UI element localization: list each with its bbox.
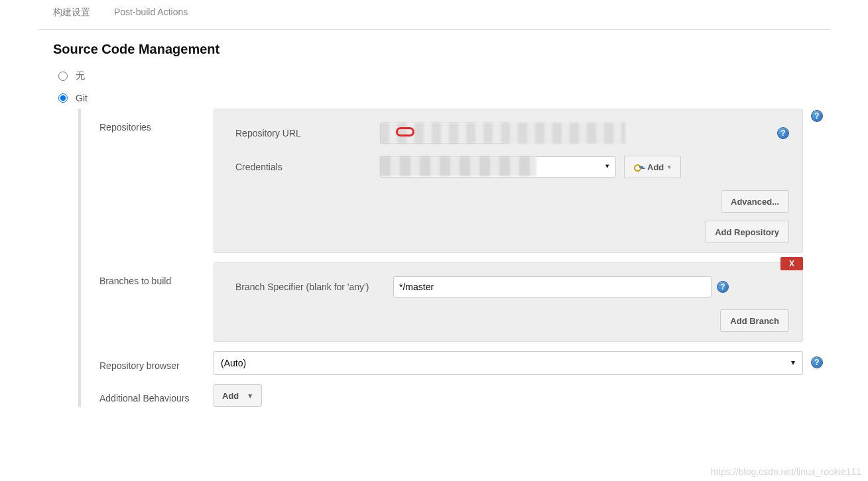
scm-none-radio[interactable] [58, 72, 68, 81]
repository-url-input[interactable] [380, 123, 508, 144]
repository-url-label: Repository URL [227, 128, 380, 138]
branch-specifier-label: Branch Specifier (blank for 'any') [227, 282, 393, 292]
credentials-select[interactable] [380, 156, 616, 178]
add-repository-button[interactable]: Add Repository [705, 221, 789, 243]
tab-build-settings[interactable]: 构建设置 [53, 7, 90, 19]
advanced-button[interactable]: Advanced... [721, 190, 789, 213]
add-credentials-label: Add [647, 162, 664, 172]
help-icon[interactable]: ? [717, 281, 729, 293]
branches-label: Branches to build [81, 262, 214, 286]
add-branch-button[interactable]: Add Branch [720, 309, 789, 332]
repositories-panel: Repository URL ? Credentials [214, 109, 803, 253]
watermark: https://blog.csdn.net/linux_rookie111 [711, 466, 861, 477]
add-behaviour-label: Add [222, 391, 239, 401]
scm-git-radio[interactable] [58, 93, 68, 103]
repo-browser-select[interactable]: (Auto) [214, 351, 803, 375]
repo-browser-label: Repository browser [81, 355, 214, 371]
scm-git-label[interactable]: Git [76, 93, 88, 103]
add-behaviour-button[interactable]: Add ▼ [214, 384, 262, 407]
help-icon[interactable]: ? [811, 356, 823, 368]
branch-specifier-input[interactable] [393, 276, 712, 297]
branches-panel: X Branch Specifier (blank for 'any') ? A… [214, 262, 803, 342]
section-title: Source Code Management [53, 42, 830, 57]
chevron-down-icon: ▼ [247, 392, 253, 400]
add-credentials-button[interactable]: Add ▾ [624, 156, 681, 178]
key-icon [634, 164, 643, 170]
delete-branch-button[interactable]: X [780, 257, 803, 270]
scm-none-label[interactable]: 无 [76, 70, 85, 82]
help-icon[interactable]: ? [811, 110, 823, 122]
credentials-label: Credentials [227, 162, 380, 172]
repositories-label: Repositories [81, 109, 214, 133]
tab-post-build-actions[interactable]: Post-build Actions [114, 7, 188, 19]
help-icon[interactable]: ? [777, 127, 789, 139]
top-tabs: 构建设置 Post-build Actions [38, 0, 830, 30]
additional-behaviours-label: Additional Behaviours [81, 388, 214, 403]
